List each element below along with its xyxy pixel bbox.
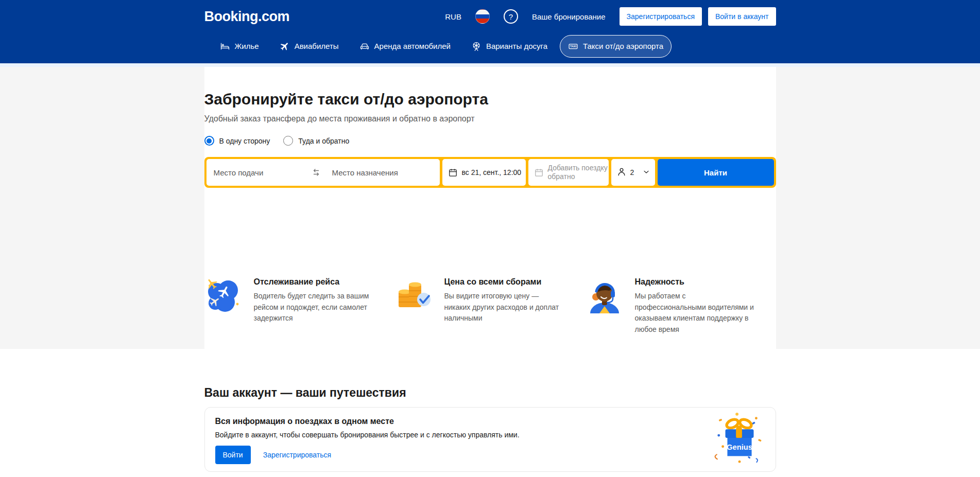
feature-title: Цена со всеми сборами bbox=[444, 277, 567, 287]
taxi-search-bar: вс 21, сент., 12:00 Добавить поездку обр… bbox=[204, 157, 776, 188]
pickup-input[interactable] bbox=[207, 168, 307, 177]
feature-text: Вы видите итоговую цену — никаких других… bbox=[444, 291, 567, 324]
add-return-placeholder: Добавить поездку обратно bbox=[548, 164, 609, 182]
plane-icon bbox=[280, 41, 290, 51]
feature-text: Мы работаем с профессиональными водителя… bbox=[635, 291, 758, 335]
russia-flag-icon[interactable] bbox=[475, 9, 490, 24]
account-section: Ваш аккаунт — ваши путешествия Вся инфор… bbox=[0, 349, 980, 472]
price-coins-illustration bbox=[395, 276, 433, 314]
tab-stays[interactable]: Жилье bbox=[212, 35, 267, 58]
tab-airport-taxis[interactable]: TAXI Такси от/до аэропорта bbox=[560, 35, 672, 58]
register-button[interactable]: Зарегистрироваться bbox=[620, 7, 702, 26]
account-section-title: Ваш аккаунт — ваши путешествия bbox=[204, 386, 776, 400]
car-icon bbox=[359, 41, 370, 51]
your-bookings-link[interactable]: Ваше бронирование bbox=[532, 12, 606, 21]
add-return-field[interactable]: Добавить поездку обратно bbox=[528, 159, 609, 186]
destination-input[interactable] bbox=[325, 168, 440, 177]
radio-selected-icon[interactable] bbox=[204, 136, 214, 146]
date-time-value: вс 21, сент., 12:00 bbox=[462, 168, 522, 176]
sign-in-button[interactable]: Войти bbox=[215, 446, 251, 464]
date-time-field[interactable]: вс 21, сент., 12:00 bbox=[442, 159, 526, 186]
features-row: Отслеживание рейса Водитель будет следит… bbox=[204, 276, 776, 335]
feature-title: Отслеживание рейса bbox=[254, 277, 376, 287]
bed-icon bbox=[220, 41, 230, 51]
passengers-field[interactable]: 2 bbox=[611, 159, 655, 186]
radio-round-trip[interactable]: Туда и обратно bbox=[283, 136, 349, 146]
genius-gift-illustration: Genius bbox=[712, 410, 767, 466]
flight-tracking-illustration bbox=[204, 276, 243, 314]
calendar-icon bbox=[448, 168, 458, 178]
page-subtitle: Удобный заказ трансфера до места прожива… bbox=[204, 114, 776, 123]
booking-logo[interactable]: Booking.com bbox=[204, 9, 290, 25]
feature-price: Цена со всеми сборами Вы видите итоговую… bbox=[395, 276, 586, 335]
feature-title: Надежность bbox=[635, 277, 758, 287]
attractions-icon bbox=[471, 41, 482, 51]
trip-type-options: В одну сторону Туда и обратно bbox=[204, 136, 776, 146]
hero-section: Забронируйте такси от/до аэропорта Удобн… bbox=[0, 67, 980, 349]
search-button[interactable]: Найти bbox=[658, 159, 774, 186]
radio-one-way[interactable]: В одну сторону bbox=[204, 136, 270, 146]
login-button[interactable]: Войти в аккаунт bbox=[708, 7, 776, 26]
feature-reliability: Надежность Мы работаем с профессиональны… bbox=[586, 276, 776, 335]
feature-text: Водитель будет следить за вашим рейсом и… bbox=[254, 291, 376, 324]
header: Booking.com RUB ? Ваше бронирование Заре… bbox=[0, 0, 980, 63]
svg-text:TAXI: TAXI bbox=[570, 45, 576, 48]
support-agent-illustration bbox=[586, 276, 624, 314]
route-fields bbox=[207, 159, 440, 186]
calendar-icon bbox=[534, 168, 544, 178]
tab-attractions[interactable]: Варианты досуга bbox=[463, 35, 556, 58]
radio-unselected-icon[interactable] bbox=[283, 136, 293, 146]
swap-directions-icon[interactable] bbox=[307, 168, 325, 177]
tab-car-rental[interactable]: Аренда автомобилей bbox=[351, 35, 459, 58]
passengers-value: 2 bbox=[630, 168, 634, 176]
help-icon[interactable]: ? bbox=[504, 9, 518, 24]
taxi-icon: TAXI bbox=[568, 41, 578, 51]
person-icon bbox=[616, 167, 627, 179]
svg-text:Genius: Genius bbox=[727, 443, 752, 451]
main-nav: Жилье Авиабилеты Аренда автомобилей Вари… bbox=[204, 33, 776, 63]
feature-flight-tracking: Отслеживание рейса Водитель будет следит… bbox=[204, 276, 395, 335]
register-link[interactable]: Зарегистрироваться bbox=[263, 451, 331, 459]
currency-selector[interactable]: RUB bbox=[445, 12, 461, 21]
header-accent-strip bbox=[0, 63, 980, 67]
chevron-down-icon bbox=[642, 168, 655, 178]
account-card: Вся информация о поездках в одном месте … bbox=[204, 407, 776, 472]
account-card-title: Вся информация о поездках в одном месте bbox=[215, 415, 765, 426]
tab-flights[interactable]: Авиабилеты bbox=[271, 35, 347, 58]
page-title: Забронируйте такси от/до аэропорта bbox=[204, 91, 776, 108]
account-card-text: Войдите в аккаунт, чтобы совершать брони… bbox=[215, 431, 765, 439]
